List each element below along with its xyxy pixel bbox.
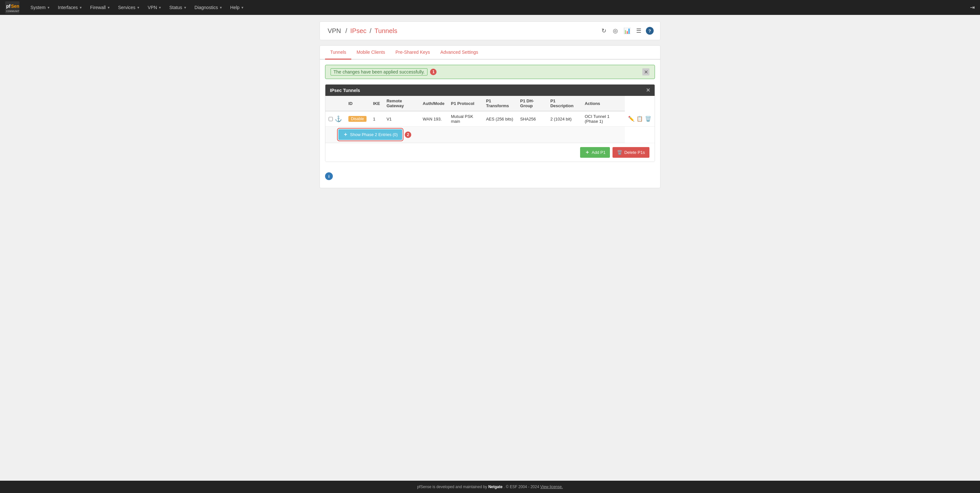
svg-text:COMMUNITY EDITION: COMMUNITY EDITION: [6, 10, 19, 12]
alert-badge: 1: [430, 69, 436, 75]
phase2-badge: 2: [405, 132, 411, 138]
breadcrumb: VPN / IPsec / Tunnels: [326, 27, 397, 35]
circle-icon[interactable]: ◎: [611, 26, 620, 35]
system-caret: ▼: [47, 6, 50, 10]
panel-title: IPsec Tunnels: [330, 88, 360, 93]
phase2-cell: ＋ Show Phase 2 Entries (0) 2: [325, 127, 625, 143]
table-header-row: ID IKE Remote Gateway Auth/Mode P1 Proto…: [325, 96, 655, 111]
add-p1-plus-icon: ＋: [585, 149, 590, 156]
navbar: pf Sense COMMUNITY EDITION System ▼ Inte…: [0, 0, 980, 15]
copy-icon[interactable]: 📋: [636, 116, 643, 122]
nav-services[interactable]: Services ▼: [114, 0, 144, 15]
row-p1-transforms-cell: SHA256: [517, 111, 547, 127]
breadcrumb-sep1: /: [345, 27, 349, 34]
breadcrumb-tunnels[interactable]: Tunnels: [375, 27, 397, 34]
col-p1-protocol: P1 Protocol: [447, 96, 482, 111]
row-p1-protocol-cell: AES (256 bits): [483, 111, 517, 127]
panel-body: ID IKE Remote Gateway Auth/Mode P1 Proto…: [325, 96, 655, 162]
svg-text:pf: pf: [6, 3, 11, 9]
phase2-row: ＋ Show Phase 2 Entries (0) 2: [325, 127, 655, 143]
diagnostics-caret: ▼: [219, 6, 222, 10]
tabs-body: The changes have been applied successful…: [320, 65, 660, 188]
firewall-caret: ▼: [107, 6, 110, 10]
plus-icon: ＋: [343, 131, 348, 138]
table-row: ⚓ Disable 1 V1 WAN 193. Mutual: [325, 111, 655, 127]
nav-diagnostics[interactable]: Diagnostics ▼: [191, 0, 226, 15]
breadcrumb-sep2: /: [369, 27, 373, 34]
help-caret: ▼: [241, 6, 244, 10]
alert-message: The changes have been applied successful…: [331, 68, 428, 76]
table-wrapper: ID IKE Remote Gateway Auth/Mode P1 Proto…: [325, 96, 655, 143]
add-p1-label: Add P1: [592, 150, 606, 155]
col-p1-transforms: P1 Transforms: [483, 96, 517, 111]
nav-firewall[interactable]: Firewall ▼: [86, 0, 114, 15]
brand-logo[interactable]: pf Sense COMMUNITY EDITION: [5, 2, 19, 13]
delete-icon[interactable]: 🗑️: [645, 116, 651, 122]
col-remote-gateway: Remote Gateway: [383, 96, 420, 111]
panel-footer: ＋ Add P1 🗑️ Delete P1s: [325, 143, 655, 162]
col-p1-description: P1 Description: [547, 96, 581, 111]
nav-help[interactable]: Help ▼: [226, 0, 248, 15]
show-phase2-button[interactable]: ＋ Show Phase 2 Entries (0): [338, 129, 402, 140]
panel-header: IPsec Tunnels ✕: [325, 84, 655, 96]
row-auth-mode-cell: Mutual PSK main: [447, 111, 482, 127]
anchor-icon: ⚓: [335, 115, 342, 122]
delete-p1s-button[interactable]: 🗑️ Delete P1s: [612, 147, 649, 158]
row-ike-cell: V1: [383, 111, 420, 127]
success-alert: The changes have been applied successful…: [325, 65, 655, 79]
row-actions-cell: ✏️ 📋 🗑️: [625, 111, 655, 127]
ipsec-tunnels-panel: IPsec Tunnels ✕ ID IKE Remote Gateway: [325, 84, 655, 162]
nav-status[interactable]: Status ▼: [165, 0, 191, 15]
logout-icon[interactable]: ⇥: [970, 4, 975, 11]
row-p1-dh-group-cell: 2 (1024 bit): [547, 111, 581, 127]
tabs-card: Tunnels Mobile Clients Pre-Shared Keys A…: [320, 45, 660, 188]
breadcrumb-ipsec[interactable]: IPsec: [350, 27, 366, 34]
nav-system[interactable]: System ▼: [27, 0, 54, 15]
services-caret: ▼: [137, 6, 140, 10]
row-p1-description-cell: OCI Tunnel 1 (Phase 1): [581, 111, 625, 127]
delete-p1s-icon: 🗑️: [617, 150, 622, 155]
row-status-cell: Disable: [345, 111, 370, 127]
tunnels-table: ID IKE Remote Gateway Auth/Mode P1 Proto…: [325, 96, 655, 143]
nav-vpn[interactable]: VPN ▼: [144, 0, 165, 15]
row-remote-gateway-cell: WAN 193.: [419, 111, 447, 127]
row-checkbox[interactable]: [329, 117, 333, 121]
svg-text:Sense: Sense: [11, 3, 19, 9]
row-id-cell: 1: [370, 111, 383, 127]
help-icon[interactable]: ?: [646, 27, 654, 35]
show-phase2-label: Show Phase 2 Entries (0): [350, 132, 398, 137]
logo-name: pf Sense COMMUNITY EDITION: [5, 1, 19, 14]
tabs-nav: Tunnels Mobile Clients Pre-Shared Keys A…: [320, 46, 660, 60]
info-icon[interactable]: i: [325, 172, 333, 180]
edit-icon[interactable]: ✏️: [628, 116, 635, 122]
page-header: VPN / IPsec / Tunnels ↻ ◎ 📊 ☰ ?: [320, 21, 660, 40]
refresh-icon[interactable]: ↻: [599, 26, 608, 35]
disable-button[interactable]: Disable: [348, 116, 366, 122]
chart-icon[interactable]: 📊: [622, 26, 632, 35]
col-auth-mode: Auth/Mode: [419, 96, 447, 111]
action-icons: ✏️ 📋 🗑️: [628, 116, 651, 122]
col-actions: Actions: [581, 96, 625, 111]
col-p1-dh-group: P1 DH-Group: [517, 96, 547, 111]
tab-pre-shared-keys[interactable]: Pre-Shared Keys: [390, 46, 435, 60]
breadcrumb-vpn: VPN: [328, 27, 341, 34]
col-id: ID: [345, 96, 370, 111]
list-icon[interactable]: ☰: [634, 26, 643, 35]
add-p1-button[interactable]: ＋ Add P1: [580, 147, 610, 158]
alert-inner: The changes have been applied successful…: [331, 68, 436, 76]
status-caret: ▼: [183, 6, 187, 10]
tab-tunnels[interactable]: Tunnels: [325, 46, 351, 60]
col-ike: IKE: [370, 96, 383, 111]
nav-interfaces[interactable]: Interfaces ▼: [54, 0, 86, 15]
delete-p1s-label: Delete P1s: [624, 150, 645, 155]
tab-mobile-clients[interactable]: Mobile Clients: [351, 46, 390, 60]
vpn-caret: ▼: [159, 6, 162, 10]
row-checkbox-cell: ⚓: [325, 111, 345, 127]
col-checkbox: [325, 96, 345, 111]
panel-close-icon[interactable]: ✕: [646, 87, 650, 93]
interfaces-caret: ▼: [79, 6, 82, 10]
alert-close-button[interactable]: ✕: [642, 68, 649, 76]
tab-advanced-settings[interactable]: Advanced Settings: [435, 46, 484, 60]
nav-menu: System ▼ Interfaces ▼ Firewall ▼ Service…: [27, 0, 970, 15]
header-icons: ↻ ◎ 📊 ☰ ?: [599, 26, 654, 35]
